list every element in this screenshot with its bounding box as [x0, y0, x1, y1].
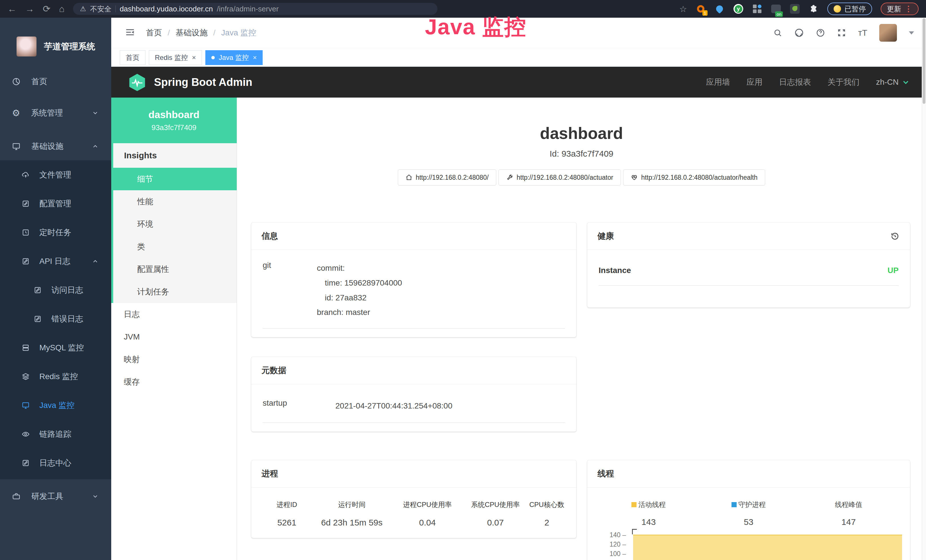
avatar[interactable]: [879, 24, 897, 42]
update-button[interactable]: 更新 ⋮: [881, 3, 918, 15]
sba-logo-icon: [128, 73, 147, 92]
app-logo-image: [17, 36, 36, 56]
app-logo[interactable]: 芋道管理系统: [17, 36, 95, 56]
card-info: 信息 git commit: time: 1596289704000 id: 2…: [251, 222, 576, 337]
health-url-button[interactable]: http://192.168.0.2:48080/actuator/health: [623, 170, 765, 185]
card-threads-title: 线程: [598, 468, 614, 480]
menu-item-mappings[interactable]: 映射: [111, 348, 237, 371]
axis-corner: [632, 529, 637, 534]
menu-item-jvm[interactable]: JVM: [111, 325, 237, 348]
actuator-url-button[interactable]: http://192.168.0.2:48080/actuator: [498, 170, 621, 185]
menu-item-details[interactable]: 细节: [111, 168, 237, 190]
wrench-icon: [506, 174, 513, 181]
fullscreen-icon[interactable]: [837, 28, 846, 37]
extension-pin-icon[interactable]: [714, 4, 725, 14]
extension-on-badge: on: [775, 11, 783, 17]
bookmark-star-icon[interactable]: ☆: [679, 4, 687, 14]
menu-item-metrics[interactable]: 性能: [113, 190, 237, 213]
hamburger-icon[interactable]: [125, 27, 135, 37]
close-icon[interactable]: ×: [192, 54, 196, 62]
tab-java-monitor[interactable]: Java 监控 ×: [205, 50, 263, 65]
instance-header[interactable]: dashboard 93a3fc7f7409: [111, 98, 237, 143]
menu-item-logs[interactable]: 日志: [111, 303, 237, 325]
chevron-down-icon: [92, 493, 99, 500]
chevron-up-icon: [92, 258, 99, 265]
sidebar-item-config-manage[interactable]: 配置管理: [0, 189, 111, 218]
scrollbar-thumb[interactable]: [923, 18, 925, 104]
sidebar-item-home[interactable]: 首页: [0, 68, 111, 95]
help-icon[interactable]: [816, 28, 825, 37]
browser-home-icon[interactable]: ⌂: [59, 4, 65, 14]
card-metadata-title: 元数据: [262, 365, 286, 376]
security-label[interactable]: 不安全: [90, 4, 112, 14]
monitor-icon: [12, 142, 21, 151]
sidebar-item-java-monitor[interactable]: Java 监控: [0, 391, 111, 420]
sba-nav-wallboard[interactable]: 应用墙: [706, 77, 730, 88]
tab-home[interactable]: 首页: [120, 50, 145, 65]
breadcrumb: 首页 / 基础设施 / Java 监控: [146, 18, 256, 48]
sidebar-item-file-manage[interactable]: 文件管理: [0, 160, 111, 189]
page-title: dashboard: [237, 124, 926, 143]
sidebar-item-trace[interactable]: 链路追踪: [0, 420, 111, 448]
extension-orange-icon[interactable]: 1: [696, 4, 706, 14]
tab-redis-monitor[interactable]: Redis 监控 ×: [149, 50, 202, 65]
menu-item-config-props[interactable]: 配置属性: [113, 258, 237, 280]
heartbeat-icon: [631, 174, 638, 181]
sidebar-item-scheduled-jobs[interactable]: 定时任务: [0, 218, 111, 247]
process-table: 进程ID5261 运行时间6d 23h 15m 59s 进程CPU使用率0.04…: [263, 500, 565, 527]
service-url-button[interactable]: http://192.168.0.2:48080/: [398, 170, 496, 185]
app-sidebar: 芋道管理系统 首页 ⚙ 系统管理 基础设施: [0, 18, 111, 560]
extensions-puzzle-icon[interactable]: [808, 4, 819, 14]
sidebar-item-access-log[interactable]: 访问日志: [0, 275, 111, 304]
menu-item-classes[interactable]: 类: [113, 235, 237, 258]
sidebar-item-error-log[interactable]: 错误日志: [0, 304, 111, 333]
close-icon[interactable]: ×: [253, 54, 257, 62]
chevron-down-icon[interactable]: [909, 31, 914, 35]
infra-submenu: 文件管理 配置管理 定时任务 API 日志: [0, 160, 111, 479]
extension-badge: 1: [702, 10, 708, 16]
extension-grid-icon[interactable]: [752, 4, 762, 14]
extension-leaf-icon[interactable]: [790, 4, 800, 14]
address-bar[interactable]: ⚠ 不安全 dashboard.yudao.iocoder.cn /infra/…: [73, 3, 437, 15]
browser-forward-icon[interactable]: →: [25, 4, 34, 14]
browser-reload-icon[interactable]: ⟳: [43, 4, 50, 14]
sidebar-item-redis-monitor[interactable]: Redis 监控: [0, 362, 111, 391]
card-process-title: 进程: [262, 468, 278, 480]
url-host: dashboard.yudao.iocoder.cn: [120, 5, 213, 14]
breadcrumb-infra[interactable]: 基础设施: [176, 27, 207, 38]
extension-y-icon[interactable]: y: [733, 4, 743, 14]
sba-brand[interactable]: Spring Boot Admin: [128, 73, 253, 92]
sidebar-item-devtools[interactable]: 研发工具: [0, 483, 111, 510]
browser-back-icon[interactable]: ←: [8, 4, 17, 14]
timer-icon: [22, 229, 30, 236]
paused-button[interactable]: 已暂停: [827, 3, 872, 15]
app-title: 芋道管理系统: [44, 41, 95, 53]
menu-item-environment[interactable]: 环境: [113, 213, 237, 235]
github-icon[interactable]: [794, 28, 804, 38]
sba-nav-applications[interactable]: 应用: [747, 77, 763, 88]
menu-item-caches[interactable]: 缓存: [111, 371, 237, 393]
extension-on-icon[interactable]: on: [771, 4, 781, 14]
breadcrumb-home[interactable]: 首页: [146, 27, 162, 38]
sidebar-item-log-center[interactable]: 日志中心: [0, 448, 111, 477]
sba-nav-journal[interactable]: 日志报表: [779, 77, 811, 88]
database-icon: [22, 344, 30, 352]
sidebar-item-infra[interactable]: 基础设施: [0, 133, 111, 159]
card-health: 健康 Instance UP: [587, 222, 910, 307]
log-icon: [22, 459, 30, 467]
history-icon[interactable]: [890, 232, 900, 241]
not-secure-warning-icon: ⚠: [80, 5, 86, 13]
sidebar-item-mysql-monitor[interactable]: MySQL 监控: [0, 333, 111, 362]
active-threads-area: [633, 534, 902, 560]
language-selector[interactable]: zh-CN: [876, 77, 909, 87]
instance-name: dashboard: [148, 109, 200, 120]
dashboard-icon: [12, 77, 21, 86]
search-icon[interactable]: [773, 28, 782, 37]
font-size-icon[interactable]: ᴛT: [858, 28, 867, 38]
sidebar-item-system[interactable]: ⚙ 系统管理: [0, 100, 111, 126]
browser-menu-icon[interactable]: ⋮: [905, 4, 912, 14]
sba-nav-about[interactable]: 关于我们: [828, 77, 859, 88]
menu-item-scheduled-tasks[interactable]: 计划任务: [113, 280, 237, 303]
sidebar-item-api-log[interactable]: API 日志: [0, 247, 111, 275]
eye-icon: [22, 430, 30, 438]
